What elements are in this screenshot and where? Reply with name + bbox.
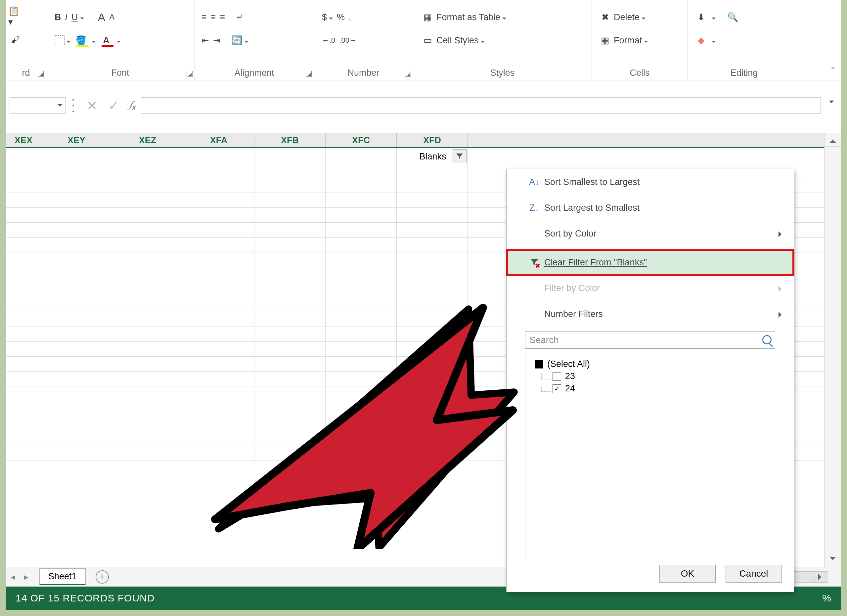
col-header[interactable]: XFD: [397, 133, 468, 147]
fill-color-button[interactable]: 🪣: [74, 32, 96, 49]
col-header[interactable]: XEY: [41, 133, 112, 147]
menu-label: Number Filters: [544, 309, 603, 319]
ribbon-group-cells: ✖Delete ▦Format Cells: [592, 0, 688, 80]
scroll-down-button[interactable]: [825, 553, 841, 567]
paste-button[interactable]: 📋▾: [8, 8, 24, 25]
expand-formula-bar[interactable]: [829, 103, 834, 113]
clipboard-dialog-launcher[interactable]: [38, 71, 44, 77]
sort-asc-item[interactable]: A↓ Sort Smallest to Largest: [506, 169, 794, 195]
italic-button[interactable]: I: [65, 9, 68, 25]
chevron-right-icon: [779, 231, 785, 237]
chevron-right-icon: [779, 286, 785, 292]
menu-label: Sort Largest to Smallest: [544, 203, 640, 213]
col-header[interactable]: XFC: [326, 133, 397, 147]
tab-nav-prev[interactable]: ◂: [6, 571, 19, 582]
borders-button[interactable]: [55, 32, 71, 49]
col-header[interactable]: XEZ: [112, 133, 183, 147]
find-select-button[interactable]: 🔍: [726, 9, 741, 25]
cell-styles-button[interactable]: ▭Cell Styles: [421, 32, 485, 49]
ribbon-group-alignment: ≡ ≡ ≡ ⤶ ⇤ ⇥ 🔄 Alignment: [195, 0, 314, 80]
fill-button[interactable]: ⬇: [695, 9, 716, 25]
align-top-button[interactable]: ≡: [202, 9, 207, 25]
accept-icon[interactable]: ✓: [108, 98, 120, 113]
add-sheet-button[interactable]: +: [96, 570, 109, 584]
decrease-decimal-button[interactable]: .00→: [339, 32, 357, 49]
bold-button[interactable]: B: [55, 9, 61, 25]
autofilter-popup: A↓ Sort Smallest to Largest Z↓ Sort Larg…: [506, 169, 794, 592]
sheet-tab-sheet1[interactable]: Sheet1: [39, 568, 86, 585]
orientation-button[interactable]: 🔄: [231, 32, 248, 49]
fx-icon[interactable]: 𝑓x: [129, 99, 136, 112]
align-middle-button[interactable]: ≡: [211, 9, 216, 25]
checkbox-23[interactable]: [553, 372, 561, 381]
cancel-button[interactable]: Cancel: [726, 565, 782, 582]
percent-button[interactable]: %: [337, 9, 345, 25]
ribbon-group-editing: ⬇ 🔍 ◆ Editing: [688, 0, 800, 80]
menu-label: Sort Smallest to Largest: [544, 177, 640, 187]
format-as-table-button[interactable]: ▦Format as Table: [421, 9, 506, 25]
checkbox-24[interactable]: [553, 385, 561, 393]
scroll-up-button[interactable]: [825, 133, 841, 147]
ribbon-group-number: $ % , ←.0 .00→ Number: [314, 0, 413, 80]
col-header[interactable]: XFA: [183, 133, 254, 147]
comma-style-button[interactable]: ,: [349, 9, 351, 25]
clear-filter-item[interactable]: Clear Filter From "Blanks": [506, 249, 794, 275]
wrap-text-button[interactable]: ⤶: [236, 9, 243, 25]
sort-by-color-item[interactable]: Sort by Color: [506, 221, 794, 246]
filter-search-input[interactable]: Search: [525, 332, 775, 349]
format-button[interactable]: ▦Format: [599, 32, 648, 49]
ribbon-group-clipboard: 📋▾ 🖌 rd: [6, 0, 46, 80]
filter-values-tree[interactable]: (Select All) 23 24: [525, 352, 775, 559]
column-headers[interactable]: XEX XEY XEZ XFA XFB XFC XFD: [6, 133, 824, 148]
tab-nav-next[interactable]: ▸: [19, 571, 33, 582]
ribbon: 📋▾ 🖌 rd B I U A A 🪣 A Font: [6, 0, 841, 80]
filter-active-icon: [456, 152, 463, 160]
clear-button[interactable]: ◆: [695, 32, 716, 49]
group-label: Number: [314, 68, 413, 78]
checkbox-select-all[interactable]: [535, 360, 543, 368]
zoom-percent[interactable]: %: [822, 592, 831, 604]
increase-decimal-button[interactable]: ←.0: [322, 32, 335, 49]
tree-label: 23: [565, 371, 575, 382]
group-label: Font: [46, 68, 195, 78]
menu-label: Filter by Color: [544, 283, 600, 293]
group-label: Editing: [688, 68, 800, 78]
format-painter-button[interactable]: 🖌: [8, 31, 24, 48]
grow-font-button[interactable]: A: [98, 9, 106, 25]
menu-label: Sort by Color: [544, 228, 596, 239]
status-text: 14 OF 15 RECORDS FOUND: [16, 592, 155, 604]
sort-desc-item[interactable]: Z↓ Sort Largest to Smallest: [506, 195, 794, 221]
delete-button[interactable]: ✖Delete: [599, 9, 645, 25]
align-bottom-button[interactable]: ≡: [220, 9, 225, 25]
sort-asc-icon: A↓: [524, 177, 544, 187]
col-header[interactable]: XEX: [6, 133, 41, 147]
cancel-icon[interactable]: ✕: [86, 98, 97, 113]
alignment-dialog-launcher[interactable]: [306, 71, 312, 77]
tree-label: 24: [565, 383, 575, 394]
group-label: Styles: [413, 68, 592, 78]
currency-button[interactable]: $: [322, 9, 333, 25]
font-dialog-launcher[interactable]: [187, 71, 193, 77]
formula-input[interactable]: [141, 97, 821, 114]
filter-dropdown-button[interactable]: [453, 149, 466, 163]
shrink-font-button[interactable]: A: [109, 9, 115, 25]
ok-button[interactable]: OK: [660, 565, 716, 582]
vertical-scrollbar[interactable]: [824, 133, 841, 567]
name-box[interactable]: [10, 97, 66, 114]
number-filters-item[interactable]: Number Filters: [506, 301, 794, 327]
col-header[interactable]: XFB: [254, 133, 326, 147]
decrease-indent-button[interactable]: ⇤: [202, 32, 209, 49]
font-color-button[interactable]: A: [100, 32, 121, 49]
sort-desc-icon: Z↓: [524, 203, 544, 213]
clear-filter-icon: [524, 257, 544, 268]
ribbon-group-font: B I U A A 🪣 A Font: [46, 0, 195, 80]
tree-label: (Select All): [547, 359, 590, 369]
formula-bar-divider[interactable]: [72, 99, 74, 112]
increase-indent-button[interactable]: ⇥: [213, 32, 221, 49]
underline-button[interactable]: U: [71, 9, 84, 25]
number-dialog-launcher[interactable]: [405, 71, 411, 77]
collapse-ribbon-button[interactable]: ˆ: [831, 65, 835, 77]
group-label: Cells: [592, 68, 688, 78]
menu-label: Clear Filter From "Blanks": [544, 257, 647, 268]
scroll-right-button[interactable]: [815, 572, 827, 582]
